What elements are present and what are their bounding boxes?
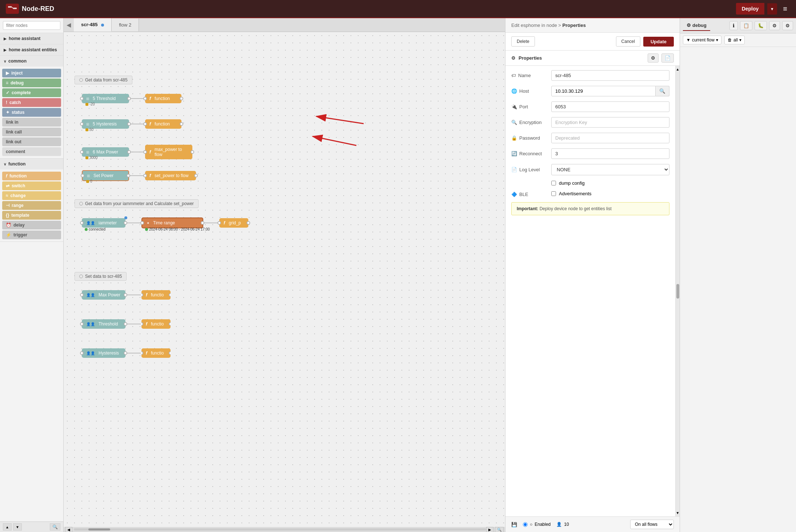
delete-button[interactable]: Delete: [511, 36, 535, 47]
flow-node-timerange[interactable]: ✦ Time range 2024-06-24 08:00 - 2024-06-…: [141, 217, 203, 228]
sidebar-nav-buttons: ▲ ▼: [3, 523, 22, 531]
canvas[interactable]: Get data from scr-485 ⊞ 5 Threshold -20: [64, 32, 505, 527]
flow-node-threshold2[interactable]: 👤👤 Threshold: [82, 319, 125, 329]
tab-collapse-button[interactable]: ◀: [64, 20, 74, 30]
sidebar-item-catch[interactable]: ! catch: [2, 98, 61, 107]
sidebar-item-template[interactable]: {} template: [2, 211, 61, 220]
section-setdata-label[interactable]: Set data to scr-485: [75, 272, 127, 281]
sidebar-item-comment[interactable]: comment: [2, 147, 61, 156]
props-tab-label[interactable]: Properties: [519, 55, 542, 61]
enabled-radio[interactable]: [523, 522, 528, 527]
flow-node-func3[interactable]: f max_power to flow: [145, 145, 192, 159]
tab-scr485[interactable]: scr-485: [74, 18, 112, 32]
tab-flow2[interactable]: flow 2: [112, 19, 139, 31]
sidebar-item-range[interactable]: ⊣ range: [2, 201, 61, 210]
sidebar-section-common-header[interactable]: ∨ common: [0, 56, 63, 67]
sidebar-item-linkout[interactable]: link out: [2, 137, 61, 146]
bug-icon-btn[interactable]: 🐛: [755, 21, 767, 30]
menu-button[interactable]: ≡: [780, 2, 790, 16]
scrollbar-thumb-h[interactable]: [88, 528, 110, 531]
reconnect-icon: 🔄: [511, 151, 517, 156]
scroll-left-btn[interactable]: ◀: [65, 527, 72, 532]
debug-all-group[interactable]: 🗑 all ▾: [724, 36, 745, 44]
settings-icon-btn[interactable]: ⚙: [769, 21, 780, 30]
debug-filter-group[interactable]: ▼ current flow ▾: [683, 36, 721, 44]
props-icon-doc[interactable]: 📄: [661, 53, 674, 63]
func6-label: functio: [151, 321, 164, 327]
flow-node-func1[interactable]: f function: [145, 94, 181, 103]
config-icon-btn[interactable]: ⚙: [782, 21, 793, 30]
sidebar-scroll-up[interactable]: ▲: [3, 523, 12, 531]
flow-node-hysteresis[interactable]: ⊞ 5 Hysteresis 50: [82, 119, 129, 129]
sidebar-item-delay[interactable]: ⏰ delay: [2, 221, 61, 229]
flow-node-gridp[interactable]: f grid_p: [219, 218, 248, 228]
scroll-up-btn[interactable]: ▲: [676, 67, 680, 71]
sidebar-item-linkin[interactable]: link in: [2, 118, 61, 127]
scroll-thumb-v[interactable]: [676, 284, 679, 299]
advertisements-checkbox[interactable]: [551, 191, 556, 196]
sidebar-item-function[interactable]: f function: [2, 172, 61, 180]
footer-enabled[interactable]: ○ Enabled: [523, 522, 551, 527]
scroll-down-btn[interactable]: ▼: [676, 511, 680, 515]
flows-select[interactable]: On all flows On current flow On this flo…: [630, 520, 674, 529]
sidebar-item-trigger[interactable]: ⚡ trigger: [2, 231, 61, 239]
host-search-btn[interactable]: 🔍: [656, 86, 669, 96]
gridp-port-right: [247, 221, 250, 225]
inject-icon: ▶: [6, 71, 9, 76]
password-input[interactable]: [551, 133, 669, 143]
section-get-data-label[interactable]: Get data from scr-485: [75, 76, 132, 84]
sidebar-item-change[interactable]: ≈ change: [2, 191, 61, 200]
update-button[interactable]: Update: [643, 37, 674, 47]
flow-node-func7[interactable]: f functio: [141, 348, 171, 358]
func6-port-left: [141, 322, 143, 326]
name-input[interactable]: [551, 70, 669, 81]
encryption-input[interactable]: [551, 117, 669, 128]
sidebar-item-linkcall[interactable]: link call: [2, 128, 61, 136]
sidebar-item-debug[interactable]: ≡ debug: [2, 79, 61, 87]
form-row-reconnect: 🔄 Reconnect: [511, 148, 669, 159]
right-panel: ⚙ debug ℹ 📋 🐛 ⚙ ⚙ ▼ current flow ▾ 🗑 all…: [680, 18, 796, 532]
maxpower-node-label: 6 Max Power: [93, 149, 118, 155]
loglevel-select[interactable]: NONE DEBUG INFO WARN ERROR: [551, 164, 669, 175]
flow-node-threshold[interactable]: ⊞ 5 Threshold -20: [82, 94, 129, 103]
sidebar-search-button[interactable]: 🔍: [50, 523, 60, 531]
port-input[interactable]: [551, 101, 669, 112]
reconnect-input[interactable]: [551, 148, 669, 159]
inject-label: inject: [11, 71, 23, 76]
sidebar-item-status[interactable]: ✦ status: [2, 108, 61, 117]
flow-node-maxpower2[interactable]: 👤👤 Max Power: [82, 290, 125, 300]
flow-node-iammeter[interactable]: 👤👤 iammeter connected: [82, 218, 125, 228]
debug-filter-label: current flow: [692, 37, 715, 43]
threshold-port-left: [80, 97, 84, 100]
sidebar-scroll-down[interactable]: ▼: [13, 523, 22, 531]
filter-nodes-input[interactable]: [3, 21, 60, 30]
flow-node-func2[interactable]: f function: [145, 119, 181, 129]
host-input[interactable]: [551, 86, 656, 96]
deploy-dropdown-button[interactable]: ▾: [767, 3, 777, 15]
zoom-search-btn[interactable]: 🔍: [495, 527, 504, 532]
sidebar-item-switch[interactable]: ⇌ switch: [2, 181, 61, 190]
cancel-button[interactable]: Cancel: [616, 36, 640, 47]
func1-port-right: [180, 97, 183, 100]
props-icon-gear[interactable]: ⚙: [648, 53, 659, 63]
clipboard-icon-btn[interactable]: 📋: [740, 21, 752, 30]
sidebar-section-ha-entities-header[interactable]: ▶ home assistant entities: [0, 44, 63, 55]
right-tab-debug[interactable]: ⚙ debug: [683, 20, 710, 31]
canvas-scroll-h[interactable]: ◀ ▶ 🔍: [64, 527, 505, 532]
sidebar-section-home-assistant-header[interactable]: ▶ home assistant: [0, 33, 63, 44]
section-iammeter-label[interactable]: Get data from your iammmeter and Calcula…: [75, 199, 199, 208]
flow-node-setpower[interactable]: ⊞ Set Power 0: [82, 170, 129, 181]
scroll-right-btn[interactable]: ▶: [486, 527, 493, 532]
info-icon-btn[interactable]: ℹ: [729, 21, 738, 30]
flow-node-hysteresis2[interactable]: 👤👤 Hysteresis: [82, 348, 125, 358]
flow-node-func4[interactable]: f set_power to flow: [145, 171, 196, 180]
dumpconfig-checkbox[interactable]: [551, 181, 556, 185]
flow-node-maxpower[interactable]: ⊞ 6 Max Power 3000: [82, 147, 129, 157]
flow-node-func5[interactable]: f functio: [141, 290, 171, 300]
deploy-button[interactable]: Deploy: [736, 3, 765, 15]
sidebar: ▶ home assistant ▶ home assistant entiti…: [0, 18, 64, 532]
flow-node-func6[interactable]: f functio: [141, 319, 171, 329]
sidebar-item-complete[interactable]: ✓ complete: [2, 88, 61, 97]
sidebar-section-function-header[interactable]: ∨ function: [0, 159, 63, 169]
sidebar-item-inject[interactable]: ▶ inject: [2, 69, 61, 77]
